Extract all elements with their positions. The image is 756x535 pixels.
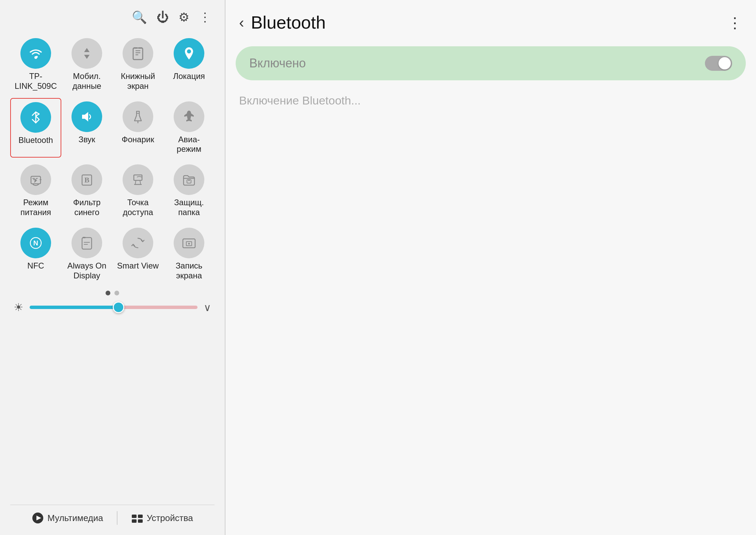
- aod-label: Always OnDisplay: [67, 261, 107, 281]
- media-button[interactable]: Мультимедиа: [32, 512, 103, 524]
- more-icon[interactable]: ⋮: [199, 10, 211, 25]
- bluetooth-label: Bluetooth: [18, 135, 53, 145]
- enabling-status: Включение Bluetooth...: [225, 84, 756, 117]
- devices-button[interactable]: Устройства: [131, 512, 193, 524]
- bluetooth-title: Bluetooth: [251, 12, 721, 33]
- brightness-row: ☀ ∨: [10, 301, 215, 314]
- location-circle: [174, 38, 204, 69]
- right-header: ‹ Bluetooth ⋮: [225, 0, 756, 39]
- securefolder-label: Защищ.папка: [174, 198, 204, 217]
- book-circle: [123, 38, 153, 69]
- sound-circle: [72, 101, 102, 132]
- qs-item-battery[interactable]: Режимпитания: [10, 161, 61, 221]
- brightness-thumb[interactable]: [113, 302, 124, 313]
- back-button[interactable]: ‹: [239, 15, 244, 30]
- wifi-label: TP-LINK_509C: [12, 71, 60, 91]
- svg-rect-3: [133, 48, 143, 60]
- sound-label: Звук: [78, 135, 95, 145]
- svg-rect-32: [138, 515, 143, 518]
- svg-point-0: [34, 56, 37, 59]
- toggle-row[interactable]: Включено: [236, 46, 746, 80]
- qs-item-data[interactable]: Мобил.данные: [61, 35, 112, 95]
- data-circle: [72, 38, 102, 69]
- qs-item-screenrecord[interactable]: Записьэкрана: [163, 224, 215, 284]
- qs-item-hotspot[interactable]: Точкадоступа: [112, 161, 163, 221]
- smartview-circle: [123, 228, 153, 258]
- toggle-knob: [719, 57, 731, 69]
- svg-rect-16: [134, 175, 142, 180]
- flashlight-label: Фонарик: [122, 135, 154, 145]
- svg-point-28: [188, 243, 190, 244]
- brightness-icon: ☀: [14, 301, 23, 314]
- data-label: Мобил.данные: [73, 71, 101, 91]
- devices-label: Устройства: [147, 513, 193, 523]
- nfc-circle: N: [20, 228, 51, 258]
- qs-item-location[interactable]: Локация: [163, 35, 215, 95]
- battery-circle: [20, 164, 51, 195]
- bluefilter-circle: B: [72, 164, 102, 195]
- qs-item-sound[interactable]: Звук: [61, 98, 112, 158]
- media-label: Мультимедиа: [47, 513, 103, 523]
- screenrecord-circle: [174, 228, 204, 258]
- wifi-circle: [20, 38, 51, 69]
- svg-marker-2: [84, 55, 90, 59]
- aod-circle: [72, 228, 102, 258]
- hotspot-label: Точкадоступа: [123, 198, 153, 217]
- book-label: Книжныйэкран: [121, 71, 155, 91]
- page-dot-1[interactable]: [106, 291, 110, 295]
- qs-item-bluefilter[interactable]: B Фильтрсинего: [61, 161, 112, 221]
- svg-rect-25: [83, 237, 85, 238]
- svg-rect-7: [134, 47, 137, 49]
- bluetooth-circle: [20, 102, 51, 133]
- search-icon[interactable]: 🔍: [132, 10, 147, 25]
- svg-text:N: N: [33, 239, 38, 247]
- quick-settings-panel: 🔍 ⏻ ⚙ ⋮ TP-LINK_509C: [0, 0, 225, 535]
- quick-settings-grid: TP-LINK_509C Мобил.данные: [10, 35, 215, 284]
- location-label: Локация: [173, 71, 205, 81]
- power-icon[interactable]: ⏻: [157, 10, 169, 25]
- nfc-label: NFC: [27, 261, 44, 271]
- qs-item-book[interactable]: Книжныйэкран: [112, 35, 163, 95]
- qs-item-smartview[interactable]: Smart View: [112, 224, 163, 284]
- qs-item-bluetooth[interactable]: Bluetooth: [10, 98, 61, 158]
- toolbar: 🔍 ⏻ ⚙ ⋮: [10, 7, 215, 31]
- settings-icon[interactable]: ⚙: [178, 10, 189, 25]
- bluefilter-label: Фильтрсинего: [73, 198, 101, 217]
- smartview-label: Smart View: [117, 261, 159, 271]
- svg-rect-33: [132, 519, 137, 523]
- page-indicators: [10, 291, 215, 295]
- hotspot-circle: [123, 164, 153, 195]
- svg-marker-10: [82, 112, 88, 121]
- qs-item-wifi[interactable]: TP-LINK_509C: [10, 35, 61, 95]
- svg-text:B: B: [84, 176, 90, 184]
- battery-label: Режимпитания: [20, 198, 51, 217]
- bluetooth-settings-panel: ‹ Bluetooth ⋮ Включено Включение Bluetoo…: [225, 0, 756, 535]
- airplane-label: Авиа-режим: [177, 135, 201, 155]
- page-dot-2[interactable]: [114, 291, 119, 295]
- qs-item-airplane[interactable]: Авиа-режим: [163, 98, 215, 158]
- bluetooth-toggle[interactable]: [705, 56, 732, 71]
- more-options-button[interactable]: ⋮: [727, 14, 742, 31]
- flashlight-circle: [123, 101, 153, 132]
- qs-item-flashlight[interactable]: Фонарик: [112, 98, 163, 158]
- airplane-circle: [174, 101, 204, 132]
- screenrecord-label: Записьэкрана: [176, 261, 203, 281]
- svg-rect-22: [82, 238, 92, 249]
- svg-point-19: [188, 180, 190, 181]
- qs-item-nfc[interactable]: N NFC: [10, 224, 61, 284]
- svg-rect-8: [139, 47, 142, 49]
- toggle-label: Включено: [249, 56, 306, 70]
- securefolder-circle: [174, 164, 204, 195]
- svg-rect-31: [132, 515, 137, 518]
- expand-icon[interactable]: ∨: [204, 302, 211, 313]
- svg-point-9: [187, 49, 191, 53]
- svg-marker-1: [84, 48, 90, 52]
- qs-item-securefolder[interactable]: Защищ.папка: [163, 161, 215, 221]
- bottom-divider: [117, 511, 117, 525]
- brightness-slider[interactable]: [30, 306, 198, 309]
- qs-item-aod[interactable]: Always OnDisplay: [61, 224, 112, 284]
- bottom-bar: Мультимедиа Устройства: [10, 505, 215, 528]
- svg-rect-34: [138, 519, 143, 523]
